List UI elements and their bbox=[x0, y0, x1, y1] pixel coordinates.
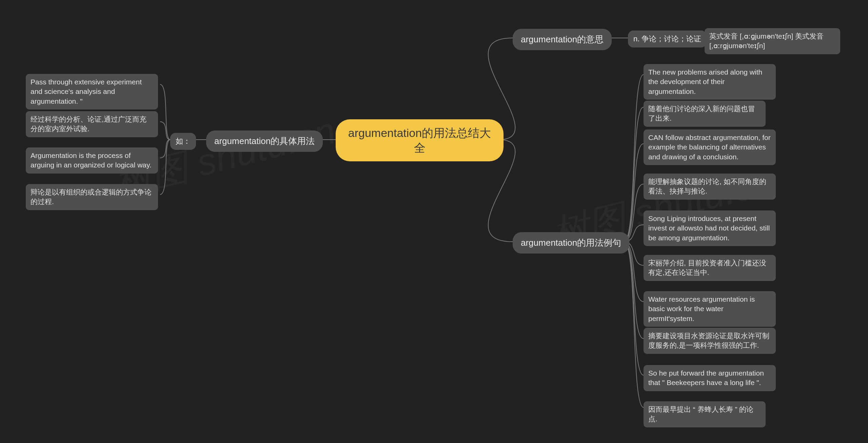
leaf-def: n. 争论；讨论；论证 bbox=[628, 31, 707, 47]
example-item: 因而最早提出 “ 养蜂人长寿 ” 的论点. bbox=[644, 401, 766, 427]
example-item: 宋丽萍介绍, 目前投资者准入门槛还没有定,还在论证当中. bbox=[644, 255, 776, 281]
branch-usage[interactable]: argumentation的具体用法 bbox=[206, 130, 323, 152]
example-item: 能理解抽象议题的讨论, 如不同角度的看法、抉择与推论. bbox=[644, 174, 776, 200]
example-item: CAN follow abstract argumentation, for e… bbox=[644, 129, 776, 165]
example-item: Water resources argumentation is basic w… bbox=[644, 291, 776, 327]
example-item: 摘要建设项目水资源论证是取水许可制度服务的,是一项科学性很强的工作. bbox=[644, 328, 776, 354]
leaf-pron: 英式发音 [ˌɑːɡjumən'teɪʃn] 美式发音 [ˌɑːrɡjumən'… bbox=[705, 28, 840, 54]
usage-item: 辩论是以有组织的或合逻辑的方式争论的过程. bbox=[26, 184, 158, 210]
root-node[interactable]: argumentation的用法总结大全 bbox=[336, 119, 504, 161]
example-item: 随着他们讨论的深入新的问题也冒了出来. bbox=[644, 101, 766, 127]
usage-sub: 如： bbox=[170, 133, 196, 150]
example-item: The new problems arised along with the d… bbox=[644, 64, 776, 100]
branch-examples[interactable]: argumentation的用法例句 bbox=[513, 232, 629, 254]
example-item: So he put forward the argumentation that… bbox=[644, 365, 776, 391]
usage-item: Argumentation is the process of arguing … bbox=[26, 147, 158, 174]
usage-item: Pass through extensive experiment and sc… bbox=[26, 74, 158, 109]
example-item: Song Liping introduces, at present inves… bbox=[644, 210, 776, 246]
usage-item: 经过科学的分析、论证,通过广泛而充分的室内室外试验. bbox=[26, 111, 158, 137]
branch-meaning[interactable]: argumentation的意思 bbox=[513, 29, 612, 50]
